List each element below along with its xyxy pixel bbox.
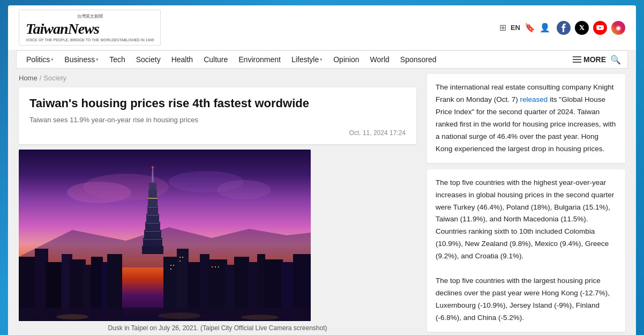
svg-rect-52 — [215, 266, 216, 267]
language-button[interactable]: EN — [511, 24, 520, 32]
logo-box: 台灣英文新聞 TaiwanNews VOICE OF THE PEOPLE, B… — [19, 10, 161, 46]
nav-item-culture[interactable]: Culture — [198, 51, 233, 68]
site-header: 台灣英文新聞 TaiwanNews VOICE OF THE PEOPLE, B… — [8, 5, 636, 50]
chevron-down-icon: ▾ — [96, 57, 99, 62]
nav-left: Politics ▾ Business ▾ Tech Society Healt… — [21, 51, 442, 68]
nav-right: MORE 🔍 — [573, 55, 623, 65]
article-date: Oct. 11, 2024 17:24 — [29, 127, 406, 137]
svg-rect-53 — [218, 266, 219, 267]
nav-item-health[interactable]: Health — [166, 51, 198, 68]
svg-rect-30 — [147, 215, 159, 215]
article-title: Taiwan's housing prices rise 4th fastest… — [29, 96, 406, 111]
nav-item-politics[interactable]: Politics ▾ — [21, 51, 59, 68]
svg-rect-51 — [212, 266, 213, 267]
nav-item-world[interactable]: World — [365, 51, 395, 68]
content-area: Home / Society Taiwan's housing prices r… — [8, 69, 636, 335]
header-icons: ⊞ EN 🔖 👤 — [499, 23, 550, 33]
logo-text: TaiwanNews — [26, 20, 154, 38]
youtube-icon[interactable] — [593, 21, 607, 35]
article-image-wrapper: Dusk in Taipei on July 26, 2021. (Taipei… — [19, 150, 416, 332]
svg-point-57 — [241, 315, 279, 320]
more-button[interactable]: MORE — [573, 55, 606, 64]
svg-rect-50 — [179, 260, 181, 262]
article-left: Home / Society Taiwan's housing prices r… — [19, 74, 416, 332]
svg-rect-32 — [148, 198, 158, 199]
bookmark-icon[interactable]: 🔖 — [525, 23, 535, 33]
chevron-down-icon: ▾ — [320, 57, 323, 62]
logo-chinese: 台灣英文新聞 — [26, 13, 154, 19]
body-text-paragraph1-part2: its "Global House Price Index" for the s… — [436, 95, 616, 153]
breadcrumb-section: Society — [43, 74, 66, 82]
search-icon[interactable]: 🔍 — [610, 55, 621, 65]
svg-point-26 — [152, 166, 154, 168]
nav-item-opinion[interactable]: Opinion — [328, 51, 364, 68]
chevron-down-icon: ▾ — [51, 57, 54, 62]
article-card: Taiwan's housing prices rise 4th fastest… — [19, 87, 416, 144]
instagram-icon[interactable]: ◉ — [611, 21, 625, 35]
article-subtitle: Taiwan sees 11.9% year-on-year rise in h… — [29, 116, 406, 124]
nav-item-tech[interactable]: Tech — [104, 51, 131, 68]
breadcrumb: Home / Society — [19, 74, 416, 82]
grid-icon[interactable]: ⊞ — [499, 23, 506, 33]
article-right: The international real estate consulting… — [427, 74, 625, 332]
svg-rect-21 — [148, 198, 158, 206]
svg-rect-48 — [179, 257, 181, 258]
svg-rect-49 — [182, 257, 183, 258]
body-text-paragraph3: The top five countries with the largest … — [436, 275, 617, 324]
breadcrumb-home[interactable]: Home — [19, 74, 38, 82]
nav-item-environment[interactable]: Environment — [233, 51, 286, 68]
released-link[interactable]: released — [520, 95, 548, 103]
article-image — [19, 150, 311, 321]
svg-rect-28 — [145, 231, 161, 232]
svg-rect-46 — [173, 265, 174, 266]
text-block-1: The international real estate consulting… — [427, 74, 625, 163]
facebook-icon[interactable] — [557, 21, 571, 35]
text-block-2: The top five countries with the highest … — [427, 169, 625, 332]
nav-bar: Politics ▾ Business ▾ Tech Society Healt… — [16, 50, 628, 69]
nav-item-sponsored[interactable]: Sponsored — [395, 51, 442, 68]
nav-item-society[interactable]: Society — [131, 51, 166, 68]
breadcrumb-separator: / — [40, 74, 42, 82]
social-icons: 𝕏 ◉ — [557, 21, 625, 35]
svg-rect-47 — [170, 269, 171, 270]
svg-rect-15 — [142, 246, 163, 254]
svg-point-55 — [56, 314, 88, 319]
nav-item-business[interactable]: Business ▾ — [59, 51, 104, 68]
svg-rect-23 — [149, 183, 156, 190]
image-caption: Dusk in Taipei on July 26, 2021. (Taipei… — [19, 324, 416, 332]
svg-point-56 — [158, 312, 201, 319]
svg-rect-45 — [170, 265, 171, 266]
svg-rect-31 — [148, 207, 158, 207]
svg-point-4 — [217, 180, 271, 199]
svg-rect-22 — [148, 190, 157, 198]
user-icon[interactable]: 👤 — [540, 23, 550, 33]
logo-area: 台灣英文新聞 TaiwanNews VOICE OF THE PEOPLE, B… — [19, 10, 161, 46]
hamburger-icon — [573, 56, 581, 63]
svg-rect-27 — [144, 239, 162, 240]
logo-subtitle: VOICE OF THE PEOPLE, BRIDGE TO THE WORLD… — [26, 38, 154, 42]
body-text-paragraph2: The top five countries with the highest … — [436, 177, 617, 263]
nav-item-lifestyle[interactable]: Lifestyle ▾ — [286, 51, 328, 68]
header-right: ⊞ EN 🔖 👤 𝕏 ◉ — [499, 21, 625, 35]
svg-rect-29 — [146, 223, 160, 224]
twitter-x-icon[interactable]: 𝕏 — [575, 21, 589, 35]
